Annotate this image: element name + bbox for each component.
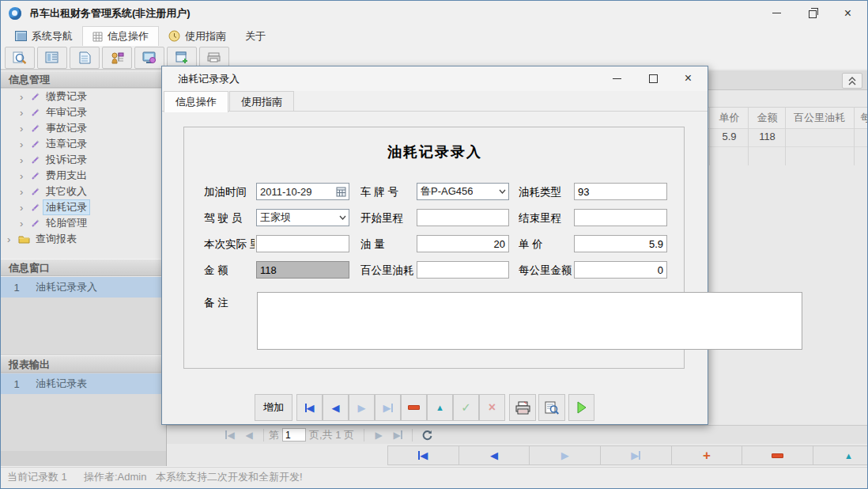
- sidebar-item-expenses[interactable]: › 费用支出: [1, 168, 166, 184]
- sidebar-item-complaint-records[interactable]: › 投诉记录: [1, 152, 166, 168]
- dialog-tab-user-guide[interactable]: 使用指南: [229, 91, 294, 111]
- menu-bar: 系统导航 信息操作 使用指南 关于: [1, 26, 867, 46]
- form-button[interactable]: [37, 47, 67, 69]
- search-button[interactable]: [5, 47, 35, 69]
- menu-label: 信息操作: [108, 29, 149, 44]
- menu-user-guide[interactable]: 使用指南: [159, 26, 236, 46]
- driver-combo[interactable]: 王家坝: [256, 209, 349, 226]
- sidebar-item-annual-review[interactable]: › 年审记录: [1, 104, 166, 120]
- nav-add-button[interactable]: +: [672, 445, 743, 465]
- document-button[interactable]: [70, 47, 100, 69]
- pager-refresh-button[interactable]: [417, 430, 436, 441]
- unit-price-input[interactable]: [574, 235, 667, 252]
- sidebar-item-violation-records[interactable]: › 违章记录: [1, 136, 166, 152]
- plate-no-combo[interactable]: 鲁P-AG456: [417, 183, 509, 200]
- collapse-panel-button[interactable]: [842, 73, 862, 89]
- end-mileage-input[interactable]: [574, 209, 667, 226]
- page-number-input[interactable]: [282, 428, 306, 442]
- last-record-button[interactable]: ▶: [375, 394, 401, 421]
- monitor-globe-button[interactable]: [134, 47, 164, 69]
- fuel-type-label: 油耗类型: [519, 185, 572, 199]
- double-chevron-up-icon: [848, 77, 856, 85]
- menu-info-operation[interactable]: 信息操作: [82, 26, 159, 46]
- first-record-button[interactable]: ◀: [296, 394, 323, 421]
- user-flag-button[interactable]: [102, 47, 132, 69]
- per-km-amount-label: 每公里金额: [519, 263, 572, 278]
- maximize-icon: [649, 74, 658, 83]
- minimize-button[interactable]: [759, 1, 794, 25]
- pager-next-button[interactable]: ▶: [369, 430, 388, 440]
- sidebar-item-tire-management[interactable]: › 轮胎管理: [1, 215, 166, 231]
- remark-textarea[interactable]: [257, 292, 802, 350]
- column-per-km-clipped[interactable]: 每: [855, 108, 868, 128]
- edit-record-button[interactable]: ▲: [427, 394, 453, 421]
- cell-unit-price: 5.9: [710, 127, 749, 146]
- run-button[interactable]: [568, 394, 594, 421]
- per-km-amount-input[interactable]: [574, 261, 667, 279]
- fuel-type-input[interactable]: [574, 183, 667, 200]
- print-button[interactable]: [509, 394, 536, 421]
- info-window-item[interactable]: 1 油耗记录录入: [1, 277, 166, 298]
- sidebar-item-other-income[interactable]: › 其它收入: [1, 184, 166, 199]
- sidebar-item-payment-records[interactable]: › 缴费记录: [1, 89, 166, 104]
- driver-label: 驾 驶 员: [204, 211, 255, 226]
- nav-prev-button[interactable]: ◀: [459, 445, 530, 465]
- menu-about[interactable]: 关于: [236, 26, 275, 46]
- start-mileage-input[interactable]: [417, 209, 509, 226]
- record-nav-bar: ◀ ◀ ▶ ▶ + ▲ ✓ ×: [387, 445, 868, 465]
- nav-first-button[interactable]: ◀: [387, 445, 459, 465]
- per-100km-input[interactable]: [417, 261, 509, 279]
- table-gridline: [785, 107, 786, 165]
- refuel-time-field[interactable]: 2011-10-29: [256, 183, 349, 200]
- calendar-icon[interactable]: [336, 187, 346, 197]
- print-preview-button[interactable]: [538, 394, 565, 421]
- restore-button[interactable]: [794, 1, 830, 25]
- print-preview-icon: [545, 401, 559, 415]
- dialog-minimize-button[interactable]: [599, 66, 635, 90]
- sidebar-header-report-output[interactable]: 报表输出: [1, 355, 166, 373]
- column-per-100km[interactable]: 百公里油耗: [786, 108, 853, 128]
- oil-volume-input[interactable]: [417, 235, 509, 252]
- nav-last-button[interactable]: ▶: [601, 445, 672, 465]
- sidebar-item-query-reports[interactable]: › 查询报表: [1, 231, 166, 247]
- pager-first-button[interactable]: ◀: [221, 430, 240, 440]
- dialog-tab-info-operation[interactable]: 信息操作: [164, 91, 228, 112]
- add-button[interactable]: 增加: [255, 394, 292, 421]
- pager-last-button[interactable]: ▶: [388, 430, 407, 440]
- window-add-icon: [175, 51, 189, 64]
- pager-prev-button[interactable]: ◀: [240, 430, 259, 440]
- tool-icon: [31, 139, 40, 149]
- actual-mileage-input[interactable]: [256, 235, 349, 252]
- export-icon: [207, 51, 221, 63]
- chevron-down-icon: [499, 189, 506, 194]
- confirm-button[interactable]: ✓: [453, 394, 479, 421]
- dialog-maximize-button[interactable]: [636, 66, 671, 90]
- edit-record-icon: ▲: [436, 403, 444, 412]
- dialog-close-button[interactable]: ×: [670, 66, 706, 90]
- sidebar-item-accident-records[interactable]: › 事故记录: [1, 120, 166, 136]
- nav-edit-button[interactable]: ▲: [813, 445, 868, 465]
- sidebar-item-fuel-records[interactable]: › 油耗记录: [1, 199, 166, 215]
- tool-icon: [31, 155, 40, 165]
- delete-record-button[interactable]: [401, 394, 427, 421]
- cancel-button[interactable]: ×: [479, 394, 505, 421]
- next-record-button[interactable]: ▶: [349, 394, 375, 421]
- nav-next-button[interactable]: ▶: [530, 445, 601, 465]
- close-icon: ×: [685, 72, 692, 85]
- report-output-item[interactable]: 1 油耗记录表: [1, 373, 166, 394]
- folder-icon: [18, 234, 30, 244]
- column-unit-price[interactable]: 单价: [710, 108, 749, 128]
- column-amount[interactable]: 金额: [749, 108, 786, 128]
- close-button[interactable]: ×: [830, 1, 866, 25]
- actual-mileage-label: 本次实际 里: [204, 237, 255, 252]
- menu-system-nav[interactable]: 系统导航: [6, 26, 82, 46]
- nav-delete-button[interactable]: [742, 445, 813, 465]
- menu-label: 关于: [245, 29, 266, 44]
- sidebar-header-info-mgmt[interactable]: 信息管理: [1, 70, 166, 88]
- application-window: 吊车出租财务管理系统(非注册用户) × 系统导航 信息操作 使用指南 关于: [0, 0, 868, 489]
- next-page-icon: ▶: [375, 430, 382, 440]
- sidebar-header-info-window[interactable]: 信息窗口: [1, 259, 166, 276]
- dialog-tab-bar: 信息操作 使用指南: [162, 91, 708, 112]
- chevron-right-icon: ›: [20, 170, 29, 182]
- prev-record-button[interactable]: ◀: [323, 394, 349, 421]
